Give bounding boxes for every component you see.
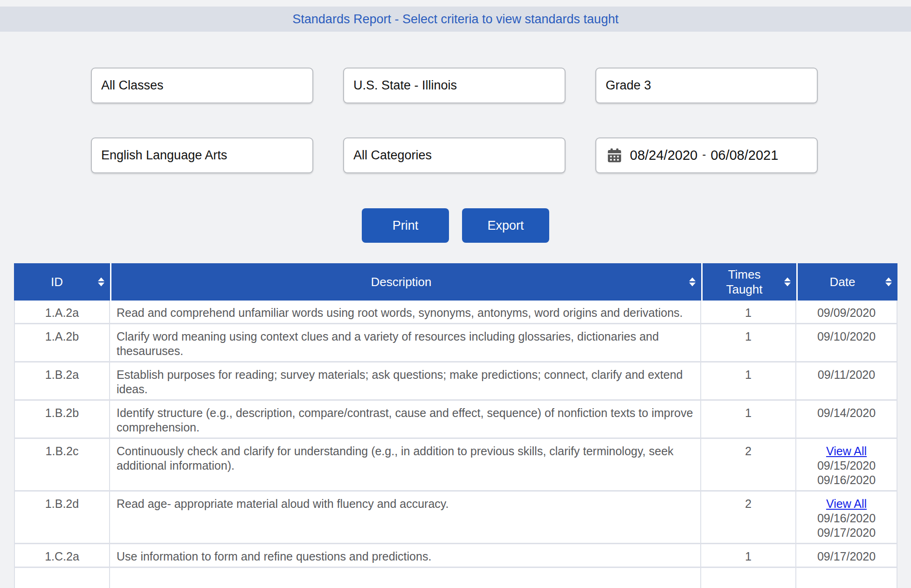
- standard-id: 1.C.2a: [14, 544, 110, 568]
- subject-dropdown[interactable]: English Language Arts: [91, 137, 313, 173]
- export-button[interactable]: Export: [462, 208, 549, 243]
- taught-date: 09/15/2020: [803, 458, 890, 473]
- table-row: 1.B.2d Read age- appropriate material al…: [14, 492, 897, 544]
- categories-dropdown-value: All Categories: [353, 148, 432, 163]
- table-row: 1.A.2a Read and comprehend unfamiliar wo…: [14, 301, 897, 324]
- column-header-description[interactable]: Description: [110, 263, 701, 301]
- taught-date: 09/14/2020: [803, 406, 890, 420]
- standard-id: 1.A.2a: [14, 301, 110, 324]
- column-header-times-taught-label: Times Taught: [720, 267, 769, 297]
- column-header-times-taught[interactable]: Times Taught: [701, 263, 796, 301]
- action-buttons: Print Export: [0, 208, 911, 243]
- table-row: 1.A.2b Clarify word meaning using contex…: [14, 324, 897, 362]
- date-range-picker[interactable]: 08/24/2020 - 06/08/2021: [595, 137, 818, 173]
- standard-id: 1.B.2c: [14, 439, 110, 492]
- grade-dropdown[interactable]: Grade 3: [595, 68, 818, 103]
- title-bar: Standards Report - Select criteria to vi…: [0, 7, 911, 32]
- state-dropdown[interactable]: U.S. State - Illinois: [343, 68, 566, 103]
- table-row: 1.B.2c Continuously check and clarify fo…: [14, 439, 897, 492]
- sort-icon: [885, 278, 892, 287]
- view-all-link[interactable]: View All: [803, 497, 890, 511]
- standard-description: Read and comprehend unfamiliar words usi…: [110, 301, 701, 324]
- calendar-icon: [607, 148, 622, 164]
- times-taught-value: 1: [701, 544, 796, 568]
- standard-description: Clarify word meaning using context clues…: [110, 324, 701, 362]
- state-dropdown-value: U.S. State - Illinois: [353, 78, 457, 93]
- table-row-partial: [14, 568, 897, 588]
- standard-description: Establish purposes for reading; survey m…: [110, 362, 701, 401]
- date-cell: 09/17/2020: [796, 544, 897, 568]
- date-cell: 09/10/2020: [796, 324, 897, 362]
- date-cell: View All 09/15/2020 09/16/2020: [796, 439, 897, 492]
- column-header-id-label: ID: [51, 274, 63, 290]
- date-cell: 09/14/2020: [796, 401, 897, 439]
- date-range-start: 08/24/2020: [630, 148, 697, 163]
- standard-id: 1.B.2d: [14, 492, 110, 544]
- date-cell: 09/09/2020: [796, 301, 897, 324]
- times-taught-value: [701, 568, 796, 588]
- taught-date: 09/09/2020: [803, 306, 890, 320]
- taught-date: 09/17/2020: [803, 549, 890, 564]
- sort-icon: [98, 278, 104, 287]
- taught-date: 09/16/2020: [803, 473, 890, 487]
- standard-description: Identify structure (e.g., description, c…: [110, 401, 701, 439]
- times-taught-value: 1: [701, 401, 796, 439]
- standard-description: [110, 568, 701, 588]
- filter-section: All Classes U.S. State - Illinois Grade …: [0, 68, 911, 173]
- standard-id: 1.B.2a: [14, 362, 110, 401]
- column-header-date-label: Date: [830, 274, 856, 290]
- standard-id: 1.A.2b: [14, 324, 110, 362]
- column-header-date[interactable]: Date: [796, 263, 897, 301]
- times-taught-value: 2: [701, 439, 796, 492]
- standard-description: Use information to form and refine quest…: [110, 544, 701, 568]
- standard-description: Read age- appropriate material aloud wit…: [110, 492, 701, 544]
- view-all-link[interactable]: View All: [803, 444, 890, 458]
- grade-dropdown-value: Grade 3: [606, 78, 651, 93]
- print-button[interactable]: Print: [362, 208, 449, 243]
- date-range-end: 06/08/2021: [711, 148, 778, 163]
- date-cell: [796, 568, 897, 588]
- standard-description: Continuously check and clarify for under…: [110, 439, 701, 492]
- classes-dropdown[interactable]: All Classes: [91, 68, 313, 103]
- times-taught-value: 2: [701, 492, 796, 544]
- date-range-separator: -: [702, 148, 706, 161]
- table-row: 1.B.2a Establish purposes for reading; s…: [14, 362, 897, 401]
- page-title: Standards Report - Select criteria to vi…: [292, 12, 618, 27]
- taught-date: 09/17/2020: [803, 526, 890, 540]
- table-header-row: ID Description Times Taught Date: [14, 263, 897, 301]
- taught-date: 09/11/2020: [803, 368, 890, 382]
- sort-icon: [784, 278, 791, 287]
- subject-dropdown-value: English Language Arts: [101, 148, 227, 163]
- table-row: 1.B.2b Identify structure (e.g., descrip…: [14, 401, 897, 439]
- date-cell: 09/11/2020: [796, 362, 897, 401]
- times-taught-value: 1: [701, 301, 796, 324]
- table-row: 1.C.2a Use information to form and refin…: [14, 544, 897, 568]
- column-header-id[interactable]: ID: [14, 263, 110, 301]
- date-cell: View All 09/16/2020 09/17/2020: [796, 492, 897, 544]
- taught-date: 09/10/2020: [803, 329, 890, 344]
- taught-date: 09/16/2020: [803, 511, 890, 526]
- standards-table: ID Description Times Taught Date 1.A.2a …: [14, 263, 897, 588]
- standard-id: 1.B.2b: [14, 401, 110, 439]
- categories-dropdown[interactable]: All Categories: [343, 137, 566, 173]
- times-taught-value: 1: [701, 324, 796, 362]
- standard-id: [14, 568, 110, 588]
- classes-dropdown-value: All Classes: [101, 78, 164, 93]
- column-header-description-label: Description: [371, 274, 431, 290]
- sort-icon: [689, 278, 696, 287]
- times-taught-value: 1: [701, 362, 796, 401]
